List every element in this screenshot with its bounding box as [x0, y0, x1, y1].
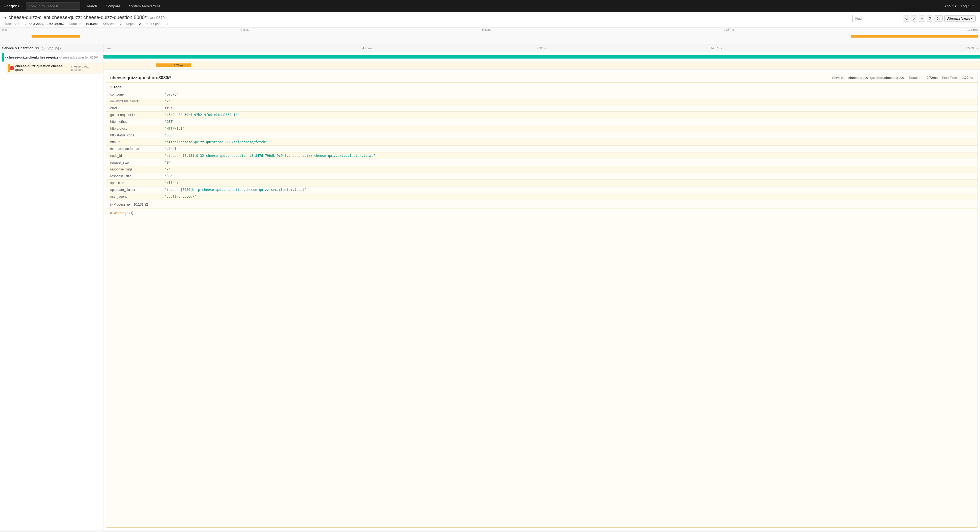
trace-area: Service & Operation ▾▾ ▷ ▽▽ ▷▷ ▾ cheese-… — [0, 44, 980, 530]
tag-key-14: upstream_cluster — [106, 186, 160, 193]
tag-val-12: "58" — [160, 173, 978, 180]
total-spans-label: Total Spans — [145, 22, 162, 26]
detail-start-time-label: Start Time: — [942, 76, 958, 80]
span-bar-1 — [103, 55, 980, 59]
expand-all-btn[interactable]: ▷▷ — [55, 46, 62, 50]
minimap-bar-1 — [32, 35, 80, 38]
detail-start-time-value: 1.22ms — [962, 76, 973, 80]
find-down-btn[interactable]: ▽ — [927, 16, 933, 22]
service-op-header: Service & Operation ▾▾ ▷ ▽▽ ▷▷ — [0, 44, 103, 52]
span1-chevron[interactable]: ▾ — [4, 56, 6, 59]
tag-key-6: http.status_code — [106, 132, 160, 139]
collapse-all-btn[interactable]: ▾▾ — [35, 46, 40, 50]
detail-meta: Service: cheese-quizz-question.cheese-qu… — [832, 76, 973, 80]
tag-row-14: upstream_cluster"inbound|8080|http|chees… — [106, 186, 978, 193]
bottom-bar: cheese-quizz-question.cheese-quizz chees… — [0, 530, 980, 532]
detail-duration-label: Duration: — [909, 76, 922, 80]
tag-key-5: http.protocol — [106, 125, 160, 132]
brand-label: Jaeger UI — [4, 4, 22, 8]
tag-key-13: span.kind — [106, 180, 160, 186]
tag-row-5: http.protocol"HTTP/1.1" — [106, 125, 978, 132]
find-input[interactable] — [852, 15, 901, 22]
tag-key-10: request_size — [106, 159, 160, 166]
detail-service-value: cheese-quizz-question.cheese-quizz — [848, 76, 905, 80]
tag-val-4: "GET" — [160, 118, 978, 125]
duration-value: 19.83ms — [86, 22, 98, 26]
detail-panel: cheese-quizz-question:8080/* Service: ch… — [106, 72, 978, 528]
expand-btn[interactable]: ▷ — [41, 46, 45, 50]
span1-service: cheese-quizz-client.cheese-quizz — [7, 56, 58, 59]
services-label: Services — [103, 22, 115, 26]
span-color-dot-1 — [2, 53, 4, 62]
span-bar-row-2[interactable]: 0.72ms — [103, 61, 980, 70]
nav-logout[interactable]: Log Out — [959, 3, 976, 9]
tag-val-14: "inbound|8080|http|cheese-quizz-question… — [160, 186, 978, 193]
tag-row-0: component"proxy" — [106, 91, 978, 98]
minimap-tick-3: 14.87ms — [724, 28, 735, 31]
span-row-2[interactable]: ! cheese-quizz-question.cheese-quizz che… — [5, 63, 103, 73]
process-row: ▷ Process: ip = 10.131.32 — [106, 200, 978, 209]
process-label: Process: — [113, 202, 126, 206]
span-bar-2-label: 0.72ms — [174, 64, 183, 67]
span1-op: cheese-quizz-question:8080/ — [59, 56, 98, 59]
tag-row-3: guid:x-request-id"4542dd08-39b5-97b2-9f6… — [106, 111, 978, 118]
find-up-btn[interactable]: △ — [919, 16, 925, 22]
collapse-down-btn[interactable]: ▽▽ — [46, 46, 54, 50]
minimap-tick-2: 9.92ms — [482, 28, 491, 31]
process-chevron[interactable]: ▷ — [110, 202, 113, 206]
detail-op-name: cheese-quizz-question:8080/* — [110, 75, 171, 80]
tag-key-7: http.url — [106, 139, 160, 146]
span2-op: cheese-quizz-questio... — [71, 65, 101, 71]
trace-id-input[interactable] — [26, 2, 80, 10]
tl-tick-0: 0ms — [103, 46, 280, 50]
minimap-tick-0: 0ms — [2, 28, 7, 31]
span-row-1[interactable]: ▾ cheese-quizz-client.cheese-quizz chees… — [0, 52, 103, 63]
tag-val-6: "503" — [160, 132, 978, 139]
tag-val-3: "4542dd08-39b5-97b2-9f64-e2baa1652d19" — [160, 111, 978, 118]
tag-key-8: internal.span.format — [106, 146, 160, 153]
timeline-header: 0ms 4.96ms 9.92ms 14.87ms 19.83ms — [103, 44, 980, 52]
trace-meta: Trace Start June 3 2020, 11:55:46.962 Du… — [4, 22, 976, 26]
alternate-views-btn[interactable]: Alternate Views ▾ — [944, 15, 976, 22]
nav-compare[interactable]: Compare — [102, 3, 123, 9]
tags-chevron: ▾ — [110, 85, 112, 89]
span2-error-icon: ! — [10, 66, 14, 70]
tag-key-1: downstream_cluster — [106, 98, 160, 105]
nav-search[interactable]: Search — [83, 3, 100, 9]
tags-section-header[interactable]: ▾ Tags — [106, 83, 978, 91]
tag-row-8: internal.span.format"zipkin" — [106, 146, 978, 153]
tag-val-9: "sidecar-10.131.0.32-cheese-quizz-questi… — [160, 153, 978, 159]
tag-val-0: "proxy" — [160, 91, 978, 98]
nav-about[interactable]: About ▾ — [944, 4, 956, 8]
tag-val-5: "HTTP/1.1" — [160, 125, 978, 132]
tag-val-1: "-" — [160, 98, 978, 105]
warnings-row[interactable]: ▷ Warnings (1) — [106, 209, 978, 217]
tag-val-10: "0" — [160, 159, 978, 166]
trace-chevron[interactable]: ▾ — [4, 16, 6, 20]
right-panel: 0ms 4.96ms 9.92ms 14.87ms 19.83ms 0.72ms — [103, 44, 980, 530]
span2-service: cheese-quizz-question.cheese-quizz — [15, 64, 70, 72]
tag-key-0: component — [106, 91, 160, 98]
nav-system-architecture[interactable]: System Architecture — [126, 3, 164, 9]
trace-id: aec9879 — [150, 16, 165, 20]
find-prev-btn[interactable]: ◁ — [903, 16, 909, 22]
detail-service-label: Service: — [832, 76, 844, 80]
minimap-bar-2 — [851, 35, 978, 38]
warnings-label: Warnings — [113, 211, 128, 215]
find-next-btn[interactable]: ▷ — [911, 16, 917, 22]
depth-label: Depth — [126, 22, 134, 26]
span-color-dot-2 — [8, 64, 10, 72]
tag-row-7: http.url"http://cheese-quizz-question:80… — [106, 139, 978, 146]
header-controls: ◁ ▷ △ ▽ ⌘ Alternate Views ▾ — [852, 15, 976, 22]
tag-row-11: response_flags"-" — [106, 166, 978, 173]
tag-row-10: request_size"0" — [106, 159, 978, 166]
total-spans-value: 3 — [167, 22, 169, 26]
keyboard-shortcut-btn[interactable]: ⌘ — [935, 15, 943, 22]
timeline-minimap: 0ms 4.96ms 9.92ms 14.87ms 19.83ms — [0, 28, 980, 44]
tag-row-9: node_id"sidecar-10.131.0.32-cheese-quizz… — [106, 153, 978, 159]
tag-key-12: response_size — [106, 173, 160, 180]
services-value: 2 — [120, 22, 122, 26]
trace-title-text: cheese-quizz-client.cheese-quizz: cheese… — [8, 15, 148, 21]
tag-row-15: user_agent"...(truncated)" — [106, 193, 978, 200]
span-bar-row-1[interactable] — [103, 52, 980, 61]
